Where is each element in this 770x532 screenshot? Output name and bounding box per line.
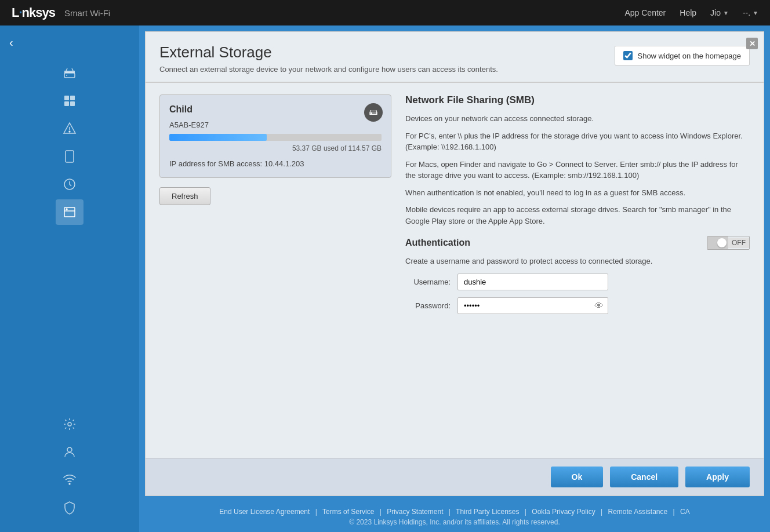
svg-rect-8 [70,101,75,106]
logo-area: L·nksys Smart Wi-Fi [12,5,110,20]
svg-rect-7 [64,101,69,106]
password-wrapper: 👁 [457,297,608,314]
product-name: Smart Wi-Fi [64,8,110,18]
svg-point-10 [69,131,70,132]
footer-eula[interactable]: End User License Agreement [219,508,310,516]
smb-desc2: For PC's, enter \\ plus the IP address f… [405,130,750,153]
show-widget-label: Show widget on the homepage [637,52,741,60]
footer-links: End User License Agreement | Terms of Se… [151,508,758,516]
auth-desc: Create a username and password to protec… [405,257,750,265]
device-name: Child [169,104,382,115]
svg-point-16 [66,209,67,210]
username-row: Username: [405,274,750,290]
password-label: Password: [405,301,457,310]
user-dropdown-arrow: ▼ [723,10,729,16]
storage-device-card: Child A5AB-E927 53.37 GB used of 114.57 … [159,94,391,178]
toggle-label: OFF [728,238,749,248]
user-label: Jio [710,8,721,17]
dialog-footer: Ok Cancel Apply [146,458,764,495]
svg-point-21 [371,112,372,114]
help-nav[interactable]: Help [680,8,696,17]
sidebar-item-router[interactable] [56,60,83,86]
sidebar-item-history[interactable] [56,172,83,197]
sidebar-item-security[interactable] [56,495,83,520]
storage-bar [169,134,382,141]
refresh-button[interactable]: Refresh [159,187,210,205]
top-navigation: L·nksys Smart Wi-Fi App Center Help Jio … [0,0,770,25]
svg-rect-6 [70,96,75,100]
sidebar-bottom-icons [0,411,139,520]
network-dropdown-arrow: ▼ [753,10,758,16]
footer-remote[interactable]: Remote Assistance [608,508,668,516]
smb-desc3: For Macs, open Finder and navigate to Go… [405,159,750,181]
authentication-section: Authentication OFF Create a username and… [405,236,750,314]
dialog-close-button[interactable]: ✕ [746,38,758,49]
svg-rect-11 [66,151,74,162]
show-password-icon[interactable]: 👁 [594,301,604,311]
svg-point-19 [69,483,70,484]
network-nav[interactable]: --. ▼ [743,8,758,17]
sidebar-item-devices[interactable] [56,144,83,169]
sidebar-nav-icons [0,60,139,225]
storage-device-icon [364,103,383,122]
smb-desc4: When authentication is not enabled, you'… [405,187,750,199]
cancel-button[interactable]: Cancel [610,467,678,487]
show-widget-checkbox-area[interactable]: Show widget on the homepage [615,46,750,65]
ok-button[interactable]: Ok [551,467,604,487]
network-label: --. [743,8,750,17]
sidebar: ‹ [0,25,139,532]
sidebar-item-apps[interactable] [56,88,83,114]
user-nav[interactable]: Jio ▼ [710,8,729,17]
ip-address-label: IP address for SMB access: 10.44.1.203 [169,159,382,168]
back-button[interactable]: ‹ [9,36,13,49]
toggle-thumb [717,238,727,247]
sidebar-item-admin[interactable] [56,439,83,465]
storage-bar-fill [169,134,267,141]
smb-desc1: Devices on your network can access conne… [405,113,750,125]
svg-rect-2 [64,71,75,73]
username-label: Username: [405,278,457,286]
password-row: Password: 👁 [405,297,750,314]
svg-line-4 [72,68,73,71]
username-input[interactable] [457,274,608,290]
footer-tos[interactable]: Terms of Service [322,508,374,516]
dialog-title-area: External Storage Connect an external sto… [159,43,603,74]
footer-ookla[interactable]: Ookla Privacy Policy [532,508,595,516]
dialog-header: External Storage Connect an external sto… [146,32,764,83]
dialog-subtitle: Connect an external storage device to yo… [159,65,603,74]
storage-label: 53.37 GB used of 114.57 GB [169,144,382,152]
top-nav-items: App Center Help Jio ▼ --. ▼ [624,8,758,17]
svg-point-18 [67,447,72,452]
logo: L·nksys [12,5,55,20]
svg-rect-0 [64,73,75,78]
auth-toggle[interactable]: OFF [707,236,750,250]
storage-panel: Child A5AB-E927 53.37 GB used of 114.57 … [159,94,391,446]
svg-point-17 [68,422,71,426]
main-layout: ‹ [0,25,770,532]
apply-button[interactable]: Apply [685,467,750,487]
sidebar-item-storage[interactable] [56,199,83,225]
sidebar-item-wifi[interactable] [56,467,83,493]
smb-panel: Network File Sharing (SMB) Devices on yo… [405,94,750,446]
app-center-nav[interactable]: App Center [624,8,666,17]
footer-copyright: © 2023 Linksys Holdings, Inc. and/or its… [151,518,758,526]
footer-privacy[interactable]: Privacy Statement [387,508,443,516]
page-footer: End User License Agreement | Terms of Se… [139,502,770,532]
smb-title: Network File Sharing (SMB) [405,94,750,106]
sidebar-item-alerts[interactable] [56,116,83,141]
external-storage-dialog: External Storage Connect an external sto… [145,31,764,496]
sidebar-item-settings[interactable] [56,411,83,437]
content-area: External Storage Connect an external sto… [139,25,770,532]
help-label: Help [680,8,696,17]
svg-point-1 [66,75,67,76]
password-input[interactable] [457,297,608,314]
app-center-label: App Center [624,8,666,17]
footer-licenses[interactable]: Third Party Licenses [456,508,519,516]
dialog-body: Child A5AB-E927 53.37 GB used of 114.57 … [146,83,764,458]
dialog-title: External Storage [159,43,603,61]
svg-rect-5 [64,96,69,100]
show-widget-checkbox[interactable] [623,51,633,60]
device-id: A5AB-E927 [169,121,382,129]
footer-ca[interactable]: CA [680,508,690,516]
toggle-track [707,236,728,249]
